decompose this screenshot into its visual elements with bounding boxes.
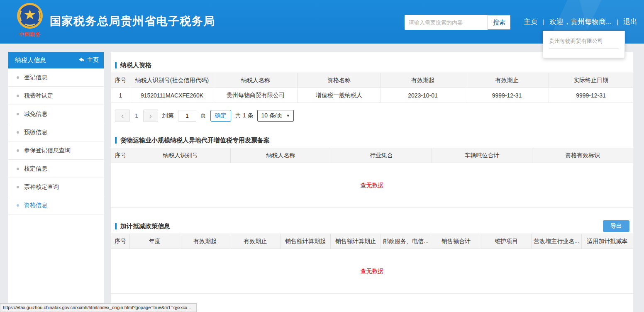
nav-welcome-link[interactable]: 欢迎，贵州每物商... xyxy=(549,17,612,27)
column-header: 纳税人名称 xyxy=(214,73,298,88)
no-data-message: 查无数据 xyxy=(111,163,633,208)
section-marker xyxy=(115,223,117,229)
section-title-row: 纳税人资格 xyxy=(111,58,633,73)
column-header: 实际终止日期 xyxy=(549,73,633,88)
column-header: 纳税人识别号(社会信用代码) xyxy=(130,73,214,88)
qualification-table: 序号 纳税人识别号(社会信用代码) 纳税人名称 资格名称 有效期起 有效期止 实… xyxy=(111,73,633,103)
column-header: 纳税人名称 xyxy=(231,148,331,163)
site-title: 国家税务总局贵州省电子税务局 xyxy=(50,14,215,29)
bullet-icon xyxy=(17,131,19,134)
column-header: 销售额计算期止 xyxy=(331,234,381,249)
section-title: 货物运输业小规模纳税人异地代开增值税专用发票备案 xyxy=(120,136,270,144)
chevron-down-icon: ▼ xyxy=(286,114,290,118)
bullet-icon xyxy=(17,204,19,207)
main-content: 纳税人资格 序号 纳税人识别号(社会信用代码) 纳税人名称 资格名称 有效期起 … xyxy=(111,52,633,312)
cell-taxpayer-name: 贵州每物商贸有限公司 xyxy=(214,88,298,103)
nav-logout-link[interactable]: 退出 xyxy=(623,17,637,27)
section-title: 纳税人资格 xyxy=(120,61,151,69)
page-size-value: 10 条/页 xyxy=(261,112,282,119)
column-header: 销售额合计 xyxy=(431,234,481,249)
nav-separator: | xyxy=(543,18,544,25)
column-header: 邮政服务、电信... xyxy=(381,234,431,249)
cell-qualification-name: 增值税一般纳税人 xyxy=(298,88,381,103)
section-additional-deduction-policy: 加计抵减政策信息 导出 序号 年度 有效期起 有效期止 销售额计算期起 xyxy=(111,219,633,294)
bullet-icon xyxy=(17,149,19,152)
section-title-row: 货物运输业小规模纳税人异地代开增值税专用发票备案 xyxy=(111,133,633,148)
goto-prefix-label: 到第 xyxy=(162,112,174,119)
sidebar-item-registration-info[interactable]: 登记信息 xyxy=(8,68,104,87)
pagination: ‹ 1 › 到第 页 确定 共 1 条 10 条/页 ▼ xyxy=(115,110,633,122)
column-header: 车辆吨位合计 xyxy=(432,148,532,163)
column-header: 资格名称 xyxy=(298,73,381,88)
bullet-icon xyxy=(17,95,19,97)
column-header: 有效期止 xyxy=(465,73,549,88)
table-row: 1 91520111MACXFE260K 贵州每物商贸有限公司 增值税一般纳税人… xyxy=(111,88,633,103)
section-marker xyxy=(115,137,117,144)
column-header: 有效期起 xyxy=(180,234,230,249)
cell-valid-from: 2023-10-01 xyxy=(381,88,465,103)
emblem-icon xyxy=(17,2,43,29)
bullet-icon xyxy=(17,168,19,170)
goto-suffix-label: 页 xyxy=(200,112,206,119)
bullet-icon xyxy=(17,113,19,115)
no-data-message: 查无数据 xyxy=(111,249,633,294)
account-company-item[interactable]: 贵州每物商贸有限公司 xyxy=(549,37,619,49)
total-count-label: 共 1 条 xyxy=(235,112,254,119)
column-header: 序号 xyxy=(111,234,130,249)
account-dropdown: 贵州每物商贸有限公司 xyxy=(543,31,625,58)
confirm-page-button[interactable]: 确定 xyxy=(210,110,231,122)
cell-taxpayer-id: 91520111MACXFE260K xyxy=(130,88,214,103)
sidebar-item-tax-type-determination[interactable]: 税费种认定 xyxy=(8,87,104,105)
column-header: 纳税人识别号 xyxy=(130,148,231,163)
cell-index: 1 xyxy=(111,88,130,103)
column-header: 年度 xyxy=(130,234,180,249)
export-button[interactable]: 导出 xyxy=(603,220,629,232)
sidebar-item-prepayment-info[interactable]: 预缴信息 xyxy=(8,123,104,141)
page: 中国税务 国家税务总局贵州省电子税务局 搜索 主页 | 欢迎，贵州每物商... … xyxy=(0,0,644,312)
current-page[interactable]: 1 xyxy=(134,112,139,119)
page-number-input[interactable] xyxy=(178,110,196,122)
empty-row: 查无数据 xyxy=(111,163,633,208)
nav-home-link[interactable]: 主页 xyxy=(524,17,538,27)
column-header: 维护项目 xyxy=(481,234,532,249)
page-size-select[interactable]: 10 条/页 ▼ xyxy=(257,110,293,122)
section-title: 加计抵减政策信息 xyxy=(120,222,170,230)
sidebar-header: 纳税人信息 主页 xyxy=(8,52,104,68)
search-input[interactable] xyxy=(405,15,488,30)
sidebar-item-assessment-info[interactable]: 核定信息 xyxy=(8,160,104,178)
section-transport-invoice-filing: 货物运输业小规模纳税人异地代开增值税专用发票备案 序号 纳税人识别号 纳税人名称… xyxy=(111,133,633,208)
sidebar-item-insurance-registration-query[interactable]: 参保登记信息查询 xyxy=(8,141,104,160)
sidebar-home-link[interactable]: 主页 xyxy=(78,56,99,64)
cell-valid-to: 9999-12-31 xyxy=(465,88,549,103)
column-header: 适用加计抵减率 xyxy=(582,234,633,249)
column-header: 销售额计算期起 xyxy=(281,234,331,249)
sidebar-item-invoice-type-query[interactable]: 票种核定查询 xyxy=(8,178,104,196)
header-nav: 主页 | 欢迎，贵州每物商... | 退出 xyxy=(524,17,637,27)
tax-bureau-logo: 中国税务 xyxy=(14,2,46,38)
transport-table: 序号 纳税人识别号 纳税人名称 行业集合 车辆吨位合计 资格有效标识 查无数据 xyxy=(111,148,633,208)
nav-separator: | xyxy=(617,18,618,25)
column-header: 营改增主行业名... xyxy=(532,234,582,249)
section-marker xyxy=(115,62,117,68)
cell-actual-end-date: 9999-12-31 xyxy=(549,88,633,103)
sidebar-item-qualification-info[interactable]: 资格信息 xyxy=(8,196,104,214)
next-page-button[interactable]: › xyxy=(143,110,158,122)
sidebar-item-reduction-info[interactable]: 减免信息 xyxy=(8,105,104,123)
sidebar: 纳税人信息 主页 登记信息 税费种认定 减免信息 预缴信息 xyxy=(8,52,104,305)
column-header: 资格有效标识 xyxy=(532,148,633,163)
status-url-tooltip: https://etax.guizhou.chinatax.gov.cn/xxm… xyxy=(0,303,197,312)
header-search: 搜索 xyxy=(405,15,511,30)
column-header: 序号 xyxy=(111,148,130,163)
sidebar-title: 纳税人信息 xyxy=(15,56,46,64)
section-title-row: 加计抵减政策信息 导出 xyxy=(111,219,633,234)
deduction-table: 序号 年度 有效期起 有效期止 销售额计算期起 销售额计算期止 邮政服务、电信.… xyxy=(111,234,633,294)
prev-page-button[interactable]: ‹ xyxy=(115,110,130,122)
back-arrow-icon xyxy=(78,57,85,63)
sidebar-home-label: 主页 xyxy=(87,56,99,64)
section-taxpayer-qualification: 纳税人资格 序号 纳税人识别号(社会信用代码) 纳税人名称 资格名称 有效期起 … xyxy=(111,58,633,122)
table-header-row: 序号 纳税人识别号(社会信用代码) 纳税人名称 资格名称 有效期起 有效期止 实… xyxy=(111,73,633,88)
search-button[interactable]: 搜索 xyxy=(488,15,511,30)
bullet-icon xyxy=(17,186,19,188)
empty-row: 查无数据 xyxy=(111,249,633,294)
logo-subtext: 中国税务 xyxy=(14,31,46,38)
